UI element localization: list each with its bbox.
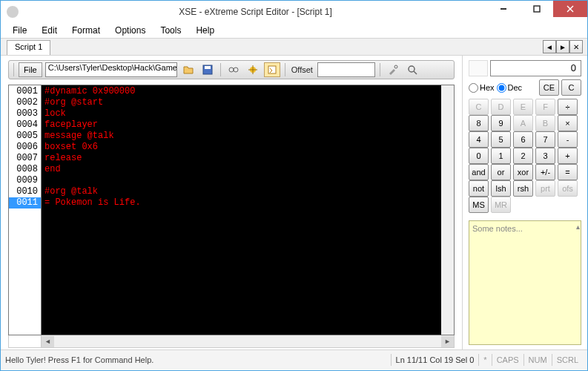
svg-rect-1 xyxy=(534,6,540,12)
calc-display: 0 xyxy=(490,60,581,76)
calc-btn-0[interactable]: 0 xyxy=(469,148,489,164)
menu-options[interactable]: Options xyxy=(109,24,151,37)
calc-btn-xor[interactable]: xor xyxy=(513,164,533,180)
calc-btn-6[interactable]: 6 xyxy=(513,131,533,148)
calc-btn-8[interactable]: 8 xyxy=(469,115,489,131)
radio-hex[interactable]: Hex xyxy=(469,83,495,93)
calc-btn-9[interactable]: 9 xyxy=(491,115,511,131)
minimize-button[interactable] xyxy=(486,1,520,17)
app-icon xyxy=(7,6,19,18)
offset-label: Offset xyxy=(290,65,314,74)
offset-input[interactable] xyxy=(317,62,375,77)
tab-script1[interactable]: Script 1 xyxy=(7,40,50,55)
status-modified: * xyxy=(478,354,491,366)
svg-point-12 xyxy=(394,65,397,68)
menu-help[interactable]: Help xyxy=(190,24,220,37)
open-button[interactable] xyxy=(180,62,196,77)
line-number: 0001 xyxy=(9,86,41,97)
line-number: 0011 xyxy=(9,197,41,209)
line-number: 0002 xyxy=(9,97,41,108)
calc-btn-ofs[interactable]: ofs xyxy=(558,180,578,197)
tab-next-button[interactable]: ► xyxy=(556,40,569,53)
calc-btn-prt[interactable]: prt xyxy=(535,180,555,197)
statusbar: Hello Tyler! Press F1 for Command Help. … xyxy=(1,349,587,370)
svg-point-6 xyxy=(229,68,234,72)
notes-scroll-up-icon[interactable]: ▴ xyxy=(576,223,580,231)
calc-btn-[interactable]: +/- xyxy=(535,164,555,180)
titlebar: XSE - eXtreme Script Editor - [Script 1] xyxy=(1,1,587,23)
calc-btn-or[interactable]: or xyxy=(491,164,511,180)
calc-btn-[interactable]: - xyxy=(558,131,578,148)
calc-ce[interactable]: CE xyxy=(539,79,559,96)
line-gutter: 0001000200030004000500060007000800090010… xyxy=(9,85,42,335)
code-editor[interactable]: 0001000200030004000500060007000800090010… xyxy=(8,85,455,335)
compile-button[interactable] xyxy=(264,62,280,77)
calc-btn-2[interactable]: 2 xyxy=(513,148,533,164)
svg-rect-11 xyxy=(268,66,276,73)
calc-btn-rsh[interactable]: rsh xyxy=(513,180,533,197)
line-number: 0004 xyxy=(9,119,41,131)
calc-btn-B[interactable]: B xyxy=(535,115,555,131)
calc-btn-[interactable]: ÷ xyxy=(558,99,578,115)
calc-btn-not[interactable]: not xyxy=(469,180,489,197)
calc-btn-lsh[interactable]: lsh xyxy=(491,180,511,197)
status-num: NUM xyxy=(523,354,552,366)
calc-btn-F[interactable]: F xyxy=(535,99,555,115)
tab-prev-button[interactable]: ◄ xyxy=(543,40,556,53)
scroll-left-icon[interactable]: ◄ xyxy=(42,336,54,347)
save-button[interactable] xyxy=(199,62,216,77)
code-area[interactable]: #dynamic 0x900000 #org @start lock facep… xyxy=(42,85,454,335)
tools-button[interactable] xyxy=(385,62,401,77)
calc-btn-4[interactable]: 4 xyxy=(469,131,489,148)
maximize-button[interactable] xyxy=(520,1,553,17)
calc-btn-E[interactable]: E xyxy=(513,99,533,115)
search-button[interactable] xyxy=(404,62,420,77)
scroll-right-icon[interactable]: ► xyxy=(441,336,454,347)
document-tabstrip: Script 1 ◄ ► ✕ xyxy=(1,38,587,56)
menu-format[interactable]: Format xyxy=(66,24,106,37)
calc-btn-5[interactable]: 5 xyxy=(491,131,511,148)
calc-btn-MR[interactable]: MR xyxy=(491,197,511,213)
notes-placeholder: Some notes... xyxy=(472,224,523,233)
notes-area[interactable]: Some notes... ▴ xyxy=(469,220,581,345)
debug-button[interactable] xyxy=(245,62,261,77)
calc-btn-MS[interactable]: MS xyxy=(469,197,489,213)
calc-btn-and[interactable]: and xyxy=(469,164,489,180)
file-button[interactable]: File xyxy=(19,62,42,77)
calc-btn-[interactable]: × xyxy=(558,115,578,131)
svg-point-13 xyxy=(409,66,414,72)
radio-dec[interactable]: Dec xyxy=(497,83,523,93)
svg-point-7 xyxy=(234,68,238,72)
calc-btn-3[interactable]: 3 xyxy=(535,148,555,164)
menu-tools[interactable]: Tools xyxy=(154,24,187,37)
calc-btn-A[interactable]: A xyxy=(513,115,533,131)
line-number: 0005 xyxy=(9,131,41,142)
status-position: Ln 11/11 Col 19 Sel 0 xyxy=(391,354,479,366)
calc-btn-[interactable]: = xyxy=(558,164,578,180)
calc-btn-[interactable]: + xyxy=(558,148,578,164)
calc-btn-C[interactable]: C xyxy=(469,99,489,115)
calc-c[interactable]: C xyxy=(561,79,581,96)
menubar: File Edit Format Options Tools Help xyxy=(1,23,587,38)
line-number: 0007 xyxy=(9,153,41,164)
status-caps: CAPS xyxy=(492,354,523,366)
calc-memory-indicator xyxy=(469,60,488,76)
svg-rect-5 xyxy=(205,66,211,69)
line-number: 0006 xyxy=(9,142,41,153)
calculator-panel: 0 Hex Dec CE C CDEF÷89AB×4567-0123+andor… xyxy=(463,56,587,349)
calc-btn-1[interactable]: 1 xyxy=(491,148,511,164)
menu-edit[interactable]: Edit xyxy=(36,24,63,37)
line-number: 0010 xyxy=(9,186,41,197)
calc-btn-7[interactable]: 7 xyxy=(535,131,555,148)
close-button[interactable] xyxy=(553,1,587,17)
tab-close-button[interactable]: ✕ xyxy=(569,40,583,53)
horizontal-scrollbar[interactable]: ◄ ► xyxy=(8,335,455,348)
menu-file[interactable]: File xyxy=(7,24,33,37)
line-number: 0003 xyxy=(9,108,41,119)
path-input[interactable]: C:\Users\Tyler\Desktop\Hack\Game\Poke xyxy=(45,62,177,77)
line-number: 0008 xyxy=(9,164,41,175)
calc-btn-D[interactable]: D xyxy=(491,99,511,115)
link-button[interactable] xyxy=(225,62,242,77)
line-number: 0009 xyxy=(9,175,41,186)
vertical-scrollbar[interactable] xyxy=(441,85,454,335)
